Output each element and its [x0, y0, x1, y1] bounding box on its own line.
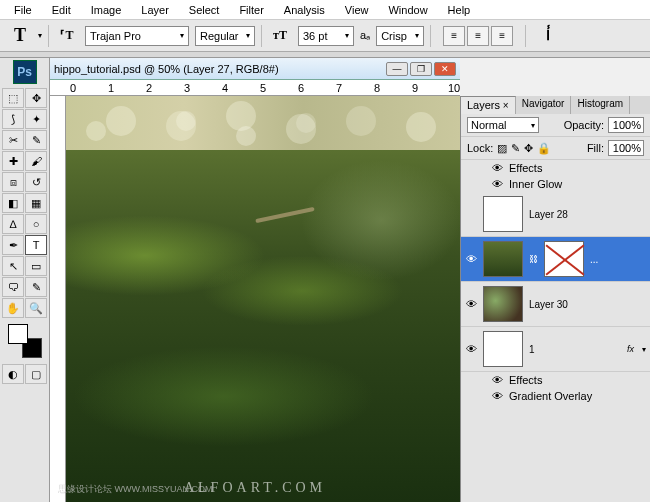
separator — [261, 25, 262, 47]
layer-mask-thumbnail[interactable] — [544, 241, 584, 277]
menu-view[interactable]: View — [335, 2, 379, 18]
menu-edit[interactable]: Edit — [42, 2, 81, 18]
menu-help[interactable]: Help — [438, 2, 481, 18]
app-logo: Ps — [13, 60, 37, 84]
layer-name[interactable]: Layer 28 — [529, 209, 568, 220]
minimize-button[interactable]: — — [386, 62, 408, 76]
screenmode-toggle[interactable]: ▢ — [25, 364, 47, 384]
move-tool[interactable]: ✥ — [25, 88, 47, 108]
gradient-overlay-effect[interactable]: Gradient Overlay — [509, 390, 592, 402]
history-brush-tool[interactable]: ↺ — [25, 172, 47, 192]
document-titlebar[interactable]: hippo_tutorial.psd @ 50% (Layer 27, RGB/… — [50, 58, 460, 80]
font-family-dropdown[interactable]: Trajan Pro ▾ — [85, 26, 189, 46]
menu-window[interactable]: Window — [378, 2, 437, 18]
slice-tool[interactable]: ✎ — [25, 130, 47, 150]
layer-thumbnail[interactable] — [483, 286, 523, 322]
lasso-tool[interactable]: ⟆ — [2, 109, 24, 129]
layer-name[interactable]: Layer 30 — [529, 299, 568, 310]
document-image — [66, 96, 460, 502]
visibility-toggle[interactable]: 👁 — [491, 178, 503, 190]
maximize-button[interactable]: ❐ — [410, 62, 432, 76]
separator — [48, 25, 49, 47]
menu-analysis[interactable]: Analysis — [274, 2, 335, 18]
notes-tool[interactable]: 🗨 — [2, 277, 24, 297]
color-swatches[interactable] — [8, 324, 42, 358]
visibility-toggle[interactable]: 👁 — [491, 374, 503, 386]
orientation-icon[interactable]: ⸢T — [55, 28, 79, 43]
dodge-tool[interactable]: ○ — [25, 214, 47, 234]
layer-thumbnail[interactable] — [483, 241, 523, 277]
marquee-tool[interactable]: ⬚ — [2, 88, 24, 108]
heal-tool[interactable]: ✚ — [2, 151, 24, 171]
tab-layers[interactable]: Layers × — [461, 96, 516, 114]
font-size-icon: тT — [268, 28, 292, 43]
stamp-tool[interactable]: ⧇ — [2, 172, 24, 192]
layer-item[interactable]: 👁 Layer 30 — [461, 282, 650, 327]
ruler-horizontal[interactable]: 0 1 2 3 4 5 6 7 8 9 10 — [50, 80, 460, 96]
fill-input[interactable]: 100% — [608, 140, 644, 156]
ruler-mark: 2 — [146, 82, 152, 94]
font-size-value: 36 pt — [303, 30, 327, 42]
menu-file[interactable]: File — [4, 2, 42, 18]
type-tool[interactable]: T — [25, 235, 47, 255]
layer-name[interactable]: 1 — [529, 344, 535, 355]
align-right-button[interactable]: ≡ — [491, 26, 513, 46]
eraser-tool[interactable]: ◧ — [2, 193, 24, 213]
crop-tool[interactable]: ✂ — [2, 130, 24, 150]
ruler-mark: 3 — [184, 82, 190, 94]
foreground-color[interactable] — [8, 324, 28, 344]
blur-tool[interactable]: ∆ — [2, 214, 24, 234]
quickmask-toggle[interactable]: ◐ — [2, 364, 24, 384]
layer-thumbnail[interactable] — [483, 331, 523, 367]
presets-arrow[interactable]: ▾ — [38, 31, 42, 40]
layer-item[interactable]: Layer 28 — [461, 192, 650, 237]
anti-alias-dropdown[interactable]: Crisp ▾ — [376, 26, 424, 46]
layer-thumbnail[interactable] — [483, 196, 523, 232]
visibility-toggle[interactable]: 👁 — [465, 298, 477, 310]
align-center-button[interactable]: ≡ — [467, 26, 489, 46]
opacity-input[interactable]: 100% — [608, 117, 644, 133]
pen-tool[interactable]: ✒ — [2, 235, 24, 255]
visibility-toggle[interactable]: 👁 — [465, 343, 477, 355]
chevron-down-icon[interactable]: ▾ — [642, 345, 646, 354]
layer-name[interactable]: ... — [590, 254, 598, 265]
separator — [525, 25, 526, 47]
hand-tool[interactable]: ✋ — [2, 298, 24, 318]
visibility-toggle[interactable]: 👁 — [491, 390, 503, 402]
font-size-dropdown[interactable]: 36 pt ▾ — [298, 26, 354, 46]
blend-mode-value: Normal — [471, 119, 506, 131]
wand-tool[interactable]: ✦ — [25, 109, 47, 129]
close-button[interactable]: ✕ — [434, 62, 456, 76]
shape-tool[interactable]: ▭ — [25, 256, 47, 276]
menu-layer[interactable]: Layer — [131, 2, 179, 18]
visibility-toggle[interactable]: 👁 — [465, 253, 477, 265]
layer-item-selected[interactable]: 👁 ⛓ ... — [461, 237, 650, 282]
canvas[interactable]: ALFOART.COM 思缘设计论坛 WWW.MISSYUAN.COM — [50, 96, 460, 502]
warp-text-icon[interactable]: I̾ — [536, 27, 560, 44]
tab-histogram[interactable]: Histogram — [571, 96, 630, 114]
lock-transparency-icon[interactable]: ▨ — [497, 142, 507, 155]
blend-mode-dropdown[interactable]: Normal ▾ — [467, 117, 539, 133]
ruler-vertical[interactable] — [50, 96, 66, 502]
eyedropper-tool[interactable]: ✎ — [25, 277, 47, 297]
text-align-group: ≡ ≡ ≡ — [443, 26, 513, 46]
fx-badge[interactable]: fx — [627, 344, 634, 354]
lock-position-icon[interactable]: ✥ — [524, 142, 533, 155]
link-icon[interactable]: ⛓ — [529, 254, 538, 264]
path-tool[interactable]: ↖ — [2, 256, 24, 276]
layer-list: 👁Effects 👁Inner Glow Layer 28 👁 ⛓ ... 👁 … — [461, 160, 650, 502]
visibility-toggle[interactable]: 👁 — [491, 162, 503, 174]
gradient-tool[interactable]: ▦ — [25, 193, 47, 213]
menu-image[interactable]: Image — [81, 2, 132, 18]
lock-paint-icon[interactable]: ✎ — [511, 142, 520, 155]
align-left-button[interactable]: ≡ — [443, 26, 465, 46]
font-style-dropdown[interactable]: Regular ▾ — [195, 26, 255, 46]
lock-all-icon[interactable]: 🔒 — [537, 142, 551, 155]
layer-item[interactable]: 👁 1 fx ▾ — [461, 327, 650, 372]
menu-filter[interactable]: Filter — [229, 2, 273, 18]
inner-glow-effect[interactable]: Inner Glow — [509, 178, 562, 190]
brush-tool[interactable]: 🖌 — [25, 151, 47, 171]
tab-navigator[interactable]: Navigator — [516, 96, 572, 114]
zoom-tool[interactable]: 🔍 — [25, 298, 47, 318]
menu-select[interactable]: Select — [179, 2, 230, 18]
